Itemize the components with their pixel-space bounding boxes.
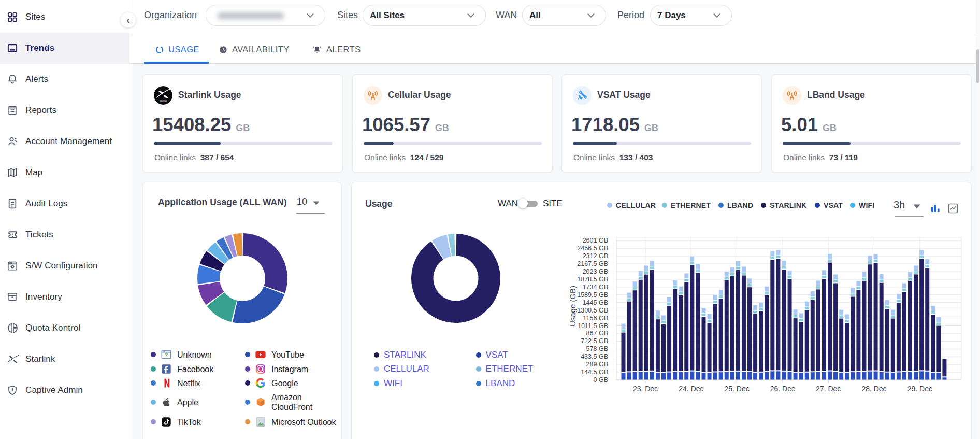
svg-text:STARLINK: STARLINK bbox=[160, 100, 167, 102]
svg-text:?: ? bbox=[165, 352, 168, 358]
